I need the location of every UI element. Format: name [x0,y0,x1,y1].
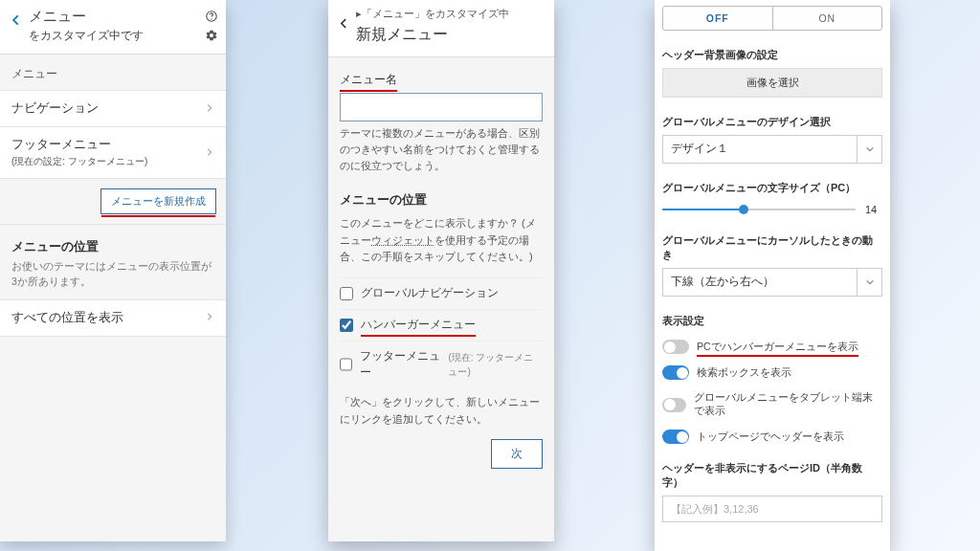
chevron-left-icon [338,17,350,30]
hover-select[interactable]: 下線（左から右へ） [662,268,882,297]
gear-icon[interactable] [205,29,218,42]
switch-label: トップページでヘッダーを表示 [697,430,844,444]
next-button[interactable]: 次 [491,439,543,469]
menu-name-help: テーマに複数のメニューがある場合、区別のつきやすい名前をつけておくと管理するのに… [340,125,543,174]
switch-label: グローバルメニューをタブレット端末で表示 [694,391,882,418]
checkbox-label: グローバルナビゲーション [361,285,499,302]
panel2-body: メニュー名 テーマに複数のメニューがある場合、区別のつきやすい名前をつけておくと… [328,57,554,482]
panel1-subtitle: をカスタマイズ中です [29,28,205,44]
new-menu-button[interactable]: メニューを新規作成 [100,188,216,214]
checkbox-row-footer[interactable]: フッターメニュー (現在: フッターメニュー) [340,341,543,389]
chevron-right-icon [205,146,214,160]
position-section-desc: このメニューをどこに表示しますか？ (メニューウィジェットを使用する予定の場合、… [340,215,543,266]
switch-pc-hamburger[interactable] [662,340,689,354]
segmented-control[interactable]: OFF ON [662,6,882,31]
menu-item-label: ナビゲーション [11,100,99,117]
hover-select-value: 下線（左から右へ） [663,269,857,296]
segment-off[interactable]: OFF [663,7,773,30]
switch-row-tablet-global: グローバルメニューをタブレット端末で表示 [662,391,882,418]
font-size-slider[interactable] [662,203,856,216]
bg-image-label: ヘッダー背景画像の設定 [662,48,882,62]
checkbox-row-hamburger[interactable]: ハンバーガーメニュー [340,309,543,341]
menu-name-label: メニュー名 [340,71,397,89]
chevron-right-icon [205,311,214,324]
new-menu-wrap: メニューを新規作成 [0,179,226,225]
switch-row-top-header: トップページでヘッダーを表示 [662,430,882,444]
position-section-title: メニューの位置 [340,191,543,209]
segment-on[interactable]: ON [773,7,882,30]
breadcrumb: ▸「メニュー」をカスタマイズ中 [356,8,509,21]
checkbox-row-global-nav[interactable]: グローバルナビゲーション [340,277,543,309]
help-icon[interactable] [205,10,218,23]
show-all-label: すべての位置を表示 [11,310,123,326]
menu-name-input[interactable] [340,93,543,121]
panel2-header: ▸「メニュー」をカスタマイズ中 新規メニュー [328,0,554,57]
switch-searchbox[interactable] [662,365,689,380]
checkbox-label: フッターメニュー [360,348,440,383]
back-button[interactable] [8,8,29,30]
checkbox-footer[interactable] [340,358,352,371]
switch-label: PCでハンバーガーメニューを表示 [697,341,858,354]
font-size-slider-wrap: 14 [662,203,882,216]
next-wrap: 次 [340,439,543,469]
panel2-title: 新規メニュー [356,25,509,45]
positions-desc: お使いのテーマにはメニューの表示位置が3か所あります。 [0,259,226,299]
chevron-left-icon [10,13,23,27]
hide-pages-input[interactable] [662,496,882,522]
panel1-title: メニュー [29,8,205,26]
design-label: グローバルメニューのデザイン選択 [662,115,882,129]
select-image-button[interactable]: 画像を選択 [662,68,882,98]
design-select[interactable]: デザイン１ [662,135,882,164]
slider-value: 14 [865,204,882,215]
section-label: メニュー [0,55,226,90]
display-settings-label: 表示設定 [662,314,882,328]
switch-tablet-global[interactable] [662,398,686,412]
menu-item-sublabel: (現在の設定: フッターメニュー) [11,155,147,168]
menu-item-label: フッターメニュー [11,137,147,153]
next-help-text: 「次へ」をクリックして、新しいメニューにリンクを追加してください。 [340,394,543,428]
chevron-right-icon [205,102,214,116]
show-all-positions[interactable]: すべての位置を表示 [0,299,226,337]
svg-point-1 [211,18,212,19]
back-button[interactable] [338,8,350,45]
design-select-value: デザイン１ [663,136,857,163]
header-icons [205,8,218,42]
menu-item-footer[interactable]: フッターメニュー (現在の設定: フッターメニュー) [0,127,226,179]
checkbox-hamburger[interactable] [340,319,353,332]
slider-fill [662,209,744,210]
hover-label: グローバルメニューにカーソルしたときの動き [662,233,882,262]
customizer-menu-panel: メニュー をカスタマイズ中です メニュー ナビゲーション フッターメニュー (現… [0,0,226,541]
panel1-header: メニュー をカスタマイズ中です [0,0,226,55]
hide-pages-label: ヘッダーを非表示にするページID（半角数字） [662,461,882,490]
slider-thumb[interactable] [739,205,748,214]
menu-item-navigation[interactable]: ナビゲーション [0,90,226,127]
chevron-down-icon [857,136,881,163]
switch-row-searchbox: 検索ボックスを表示 [662,365,882,380]
header-settings-panel: OFF ON ヘッダー背景画像の設定 画像を選択 グローバルメニューのデザイン選… [655,0,890,551]
checkbox-global-nav[interactable] [340,287,353,300]
switch-label: 検索ボックスを表示 [697,366,791,380]
header-text: メニュー をカスタマイズ中です [29,8,205,44]
chevron-down-icon [857,269,881,296]
new-menu-panel: ▸「メニュー」をカスタマイズ中 新規メニュー メニュー名 テーマに複数のメニュー… [328,0,554,541]
position-desc-link[interactable]: ウィジェット [371,234,434,246]
checkbox-note: (現在: フッターメニュー) [448,350,543,380]
checkbox-label: ハンバーガーメニュー [361,317,476,334]
font-size-label: グローバルメニューの文字サイズ（PC） [662,181,882,195]
switch-top-header[interactable] [662,430,689,444]
switch-row-pc-hamburger: PCでハンバーガーメニューを表示 [662,340,882,354]
positions-title: メニューの位置 [0,225,226,259]
